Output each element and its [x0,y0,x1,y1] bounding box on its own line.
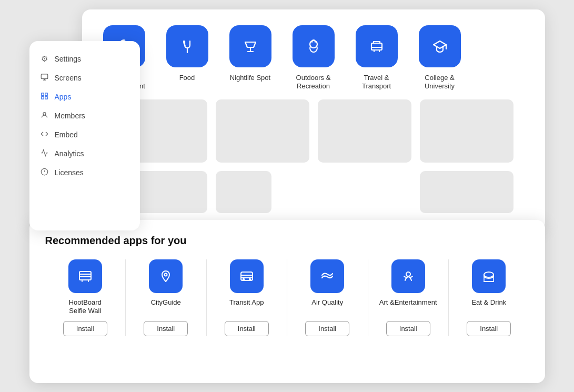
svg-point-33 [484,272,494,277]
app-airquality: Air Quality Install [287,259,368,337]
outdoors-icon-box [293,25,335,67]
placeholder-grid [98,99,529,213]
category-travel[interactable]: Travel &Transport [350,25,403,92]
sidebar-item-embed[interactable]: Embed [29,125,140,144]
transit-icon-box [230,259,264,293]
placeholder-card [216,171,272,213]
embed-icon [40,130,49,139]
cityguide-name: CityGuide [151,298,181,307]
category-outdoors[interactable]: Outdoors &Recreation [287,25,340,92]
svg-point-31 [249,278,250,279]
cityguide-icon-box [149,259,183,293]
svg-rect-21 [79,272,91,280]
recommended-title: Recommended apps for you [45,235,529,247]
category-nightlife[interactable]: Nightlife Spot [224,25,277,92]
app-browser-card: Arts &Entertainment Food [82,9,545,230]
airquality-name: Air Quality [311,298,343,307]
food-icon-box [166,25,208,67]
sidebar-item-settings[interactable]: ⚙ Settings [29,49,140,68]
cityguide-install-button[interactable]: Install [144,321,188,336]
nightlife-icon-box [229,25,271,67]
artentertainment-name: Art &Entertainment [379,298,437,307]
app-cityguide: CityGuide Install [126,259,207,337]
sidebar-item-screens[interactable]: Screens [29,68,140,87]
sidebar-item-label: Analytics [55,149,84,158]
svg-point-26 [165,273,167,276]
category-food[interactable]: Food [161,25,214,92]
eatdrink-install-button[interactable]: Install [467,321,511,336]
screens-icon [40,73,49,83]
sidebar-item-label: Apps [55,93,72,101]
hootboard-name: HootBoardSelfie Wall [69,298,102,316]
airquality-icon-box [310,259,344,293]
eatdrink-icon-box [472,259,506,293]
travel-label: Travel &Transport [362,74,391,92]
sidebar-item-label: Settings [55,55,82,63]
outdoors-label: Outdoors &Recreation [296,74,331,92]
analytics-icon [40,149,49,158]
sidebar-item-label: Embed [55,130,78,139]
placeholder-card [420,99,513,163]
sidebar-item-label: Members [55,112,85,120]
sidebar-item-licenses[interactable]: Licenses [29,163,140,182]
airquality-install-button[interactable]: Install [305,321,349,336]
apps-icon [40,92,49,102]
travel-icon-box [356,25,398,67]
college-label: College &University [425,74,455,92]
svg-rect-6 [45,96,47,98]
svg-point-15 [310,41,317,48]
category-college[interactable]: College &University [414,25,466,92]
artentertainment-icon-box [391,259,425,293]
apps-row: HootBoardSelfie Wall Install CityGuide I… [45,259,529,337]
artentertainment-install-button[interactable]: Install [386,321,430,336]
svg-rect-16 [371,43,382,50]
nightlife-label: Nightlife Spot [230,74,270,83]
college-icon-box [419,25,461,67]
sidebar-item-label: Licenses [55,168,84,177]
svg-rect-4 [45,93,47,95]
transit-install-button[interactable]: Install [225,321,269,336]
food-label: Food [179,74,195,83]
svg-point-32 [406,272,410,276]
sidebar: ⚙ Settings Screens Apps Members Embed [29,41,140,230]
members-icon [40,111,49,120]
svg-rect-3 [42,93,44,95]
recommended-apps-card: Recommended apps for you HootBoardSelfie… [29,220,545,383]
svg-point-7 [43,112,46,115]
svg-rect-5 [42,96,44,98]
transit-name: Transit App [229,298,264,307]
placeholder-card [216,99,309,163]
sidebar-item-label: Screens [55,74,82,82]
placeholder-spacer [280,171,411,213]
app-hootboard: HootBoardSelfie Wall Install [45,259,126,337]
svg-point-30 [243,278,244,279]
placeholder-card [420,171,513,213]
settings-icon: ⚙ [40,54,49,64]
eatdrink-name: Eat & Drink [471,298,506,307]
placeholder-card [318,99,411,163]
app-eatdrink: Eat & Drink Install [449,259,529,337]
svg-rect-0 [41,74,48,78]
sidebar-item-analytics[interactable]: Analytics [29,144,140,163]
app-artentertainment: Art &Entertainment Install [368,259,449,337]
category-row: Arts &Entertainment Food [98,25,529,100]
licenses-icon [40,168,49,177]
hootboard-install-button[interactable]: Install [63,321,107,336]
app-transit: Transit App Install [207,259,288,337]
sidebar-item-apps[interactable]: Apps [29,87,140,106]
sidebar-item-members[interactable]: Members [29,106,140,125]
hootboard-icon-box [68,259,102,293]
